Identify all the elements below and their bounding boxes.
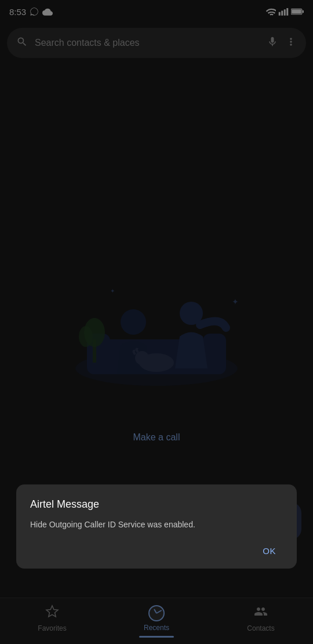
- dialog-ok-button[interactable]: OK: [256, 542, 283, 559]
- airtel-message-dialog: Airtel Message Hide Outgoing Caller ID S…: [16, 484, 297, 569]
- dialog-title: Airtel Message: [30, 498, 283, 511]
- dialog-message: Hide Outgoing Caller ID Service was enab…: [30, 519, 283, 531]
- dialog-actions: OK: [30, 542, 283, 559]
